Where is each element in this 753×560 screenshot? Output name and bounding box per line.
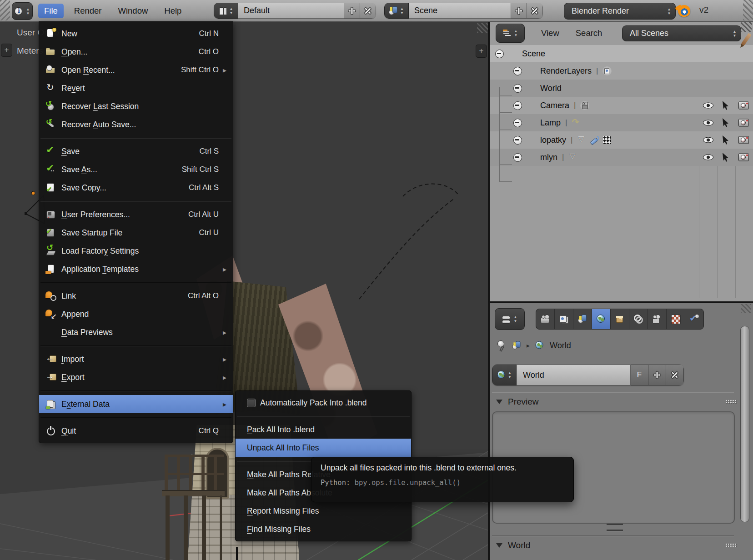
outliner-row[interactable]: RenderLayers: [490, 62, 753, 80]
file-menu-item[interactable]: Recover Last Session: [39, 97, 233, 115]
fake-user-button[interactable]: F: [631, 365, 648, 385]
visibility-eye-icon[interactable]: [703, 103, 713, 109]
outliner-row[interactable]: Camera: [490, 97, 753, 114]
layout-name-field[interactable]: Default: [238, 3, 344, 19]
window-resize-corner[interactable]: [743, 0, 753, 20]
properties-tab[interactable]: [536, 309, 555, 329]
expand-toggle-icon[interactable]: [513, 84, 522, 93]
file-menu-item[interactable]: Save Copy... Ctrl Alt S: [39, 179, 233, 197]
file-menu-item[interactable]: External Data: [39, 395, 233, 413]
file-menu-item[interactable]: Append: [39, 305, 233, 323]
preview-resize-handle[interactable]: [607, 524, 623, 531]
file-menu-item[interactable]: Application Templates: [39, 260, 233, 278]
new-datablock-button[interactable]: [648, 365, 666, 385]
file-menu-item[interactable]: New Ctrl N: [39, 25, 233, 43]
scene-breadcrumb-icon[interactable]: [512, 341, 522, 350]
file-menu-item[interactable]: Open... Ctrl O: [39, 43, 233, 61]
outliner-row[interactable]: lopatky: [490, 131, 753, 149]
external-data-menu-item[interactable]: Pack All Into .blend: [236, 420, 411, 439]
editor-type-selector[interactable]: [495, 308, 525, 330]
outliner-row[interactable]: Lamp: [490, 114, 753, 131]
external-data-menu-item[interactable]: Find Missing Files: [236, 520, 411, 538]
datablock-name-field[interactable]: World: [517, 365, 631, 385]
properties-tab[interactable]: [685, 309, 703, 329]
properties-tab[interactable]: [629, 309, 648, 329]
panel-collapse-icon[interactable]: [496, 543, 502, 548]
header-menu-item[interactable]: Window: [112, 4, 154, 18]
panel-drag-grip[interactable]: [725, 400, 737, 404]
header-menu-item[interactable]: Help: [158, 4, 187, 18]
file-menu-item[interactable]: Load Factory Settings: [39, 242, 233, 260]
delete-scene-button[interactable]: [527, 3, 543, 19]
outliner-row[interactable]: World: [490, 80, 753, 97]
renderability-camera-icon[interactable]: [738, 136, 749, 144]
outliner-search-menu[interactable]: Search: [576, 28, 602, 38]
editor-type-selector[interactable]: [496, 24, 525, 43]
datablock-browse-button[interactable]: [492, 365, 517, 385]
renderability-camera-icon[interactable]: [738, 119, 749, 127]
expand-toggle-icon[interactable]: [513, 67, 522, 75]
visibility-eye-icon[interactable]: [703, 155, 713, 160]
outliner-resize-corner[interactable]: [741, 22, 752, 32]
selectability-cursor-icon[interactable]: [723, 101, 729, 110]
expand-toggle-icon[interactable]: [513, 101, 522, 110]
info-editor-selector[interactable]: [12, 2, 33, 20]
visibility-eye-icon[interactable]: [703, 137, 713, 143]
renderability-camera-icon[interactable]: [738, 102, 749, 110]
file-menu-item[interactable]: Link Ctrl Alt O: [39, 287, 233, 305]
expand-toggle-icon[interactable]: [495, 50, 504, 58]
file-menu-item[interactable]: Save Ctrl S: [39, 142, 233, 160]
file-menu-item[interactable]: Data Previews: [39, 323, 233, 341]
window-resize-corner[interactable]: [0, 0, 10, 20]
scene-browse-button[interactable]: [384, 3, 409, 19]
properties-tab[interactable]: [592, 309, 611, 329]
external-data-menu-item[interactable]: Unpack All Into Files: [236, 439, 411, 457]
outliner-view-menu[interactable]: View: [541, 28, 559, 38]
panel-collapse-icon[interactable]: [496, 400, 502, 404]
outliner-display-filter-dropdown[interactable]: All Scenes: [622, 25, 741, 41]
header-menu-item[interactable]: File: [38, 4, 64, 18]
file-menu-item[interactable]: Import: [39, 350, 233, 368]
selectability-cursor-icon[interactable]: [723, 135, 729, 145]
file-menu-item[interactable]: User Preferences... Ctrl Alt U: [39, 205, 233, 224]
unlink-datablock-button[interactable]: [666, 365, 684, 385]
expand-toggle-icon[interactable]: [513, 153, 522, 162]
panel-drag-grip[interactable]: [725, 543, 737, 547]
editor-border-horizontal[interactable]: [488, 301, 753, 303]
delete-layout-button[interactable]: [360, 3, 376, 19]
file-menu-item[interactable]: Revert: [39, 79, 233, 97]
selectability-cursor-icon[interactable]: [723, 153, 729, 162]
file-menu-item[interactable]: Save As... Shift Ctrl S: [39, 160, 233, 179]
selectability-cursor-icon[interactable]: [723, 118, 729, 127]
toolshelf-expand-button[interactable]: +: [1, 44, 12, 57]
properties-resize-corner[interactable]: [741, 304, 751, 313]
file-menu-item[interactable]: Recover Auto Save...: [39, 115, 233, 134]
file-menu-item[interactable]: Export: [39, 368, 233, 386]
properties-tab[interactable]: [667, 309, 685, 329]
viewport-resize-corner[interactable]: [477, 23, 488, 33]
file-menu-item[interactable]: Save Startup File Ctrl U: [39, 224, 233, 242]
scene-name-field[interactable]: Scene: [409, 3, 511, 19]
sidebar-expand-button[interactable]: +: [476, 45, 487, 58]
external-data-menu-item[interactable]: Automatically Pack Into .blend: [236, 394, 411, 412]
render-engine-dropdown[interactable]: Blender Render: [564, 3, 676, 20]
properties-tab[interactable]: [648, 309, 667, 329]
add-scene-button[interactable]: [511, 3, 527, 19]
checkbox[interactable]: [247, 399, 256, 407]
add-layout-button[interactable]: [344, 3, 360, 19]
renderability-camera-icon[interactable]: [738, 154, 749, 161]
outliner-row[interactable]: mlyn: [490, 149, 753, 166]
outliner-row[interactable]: Scene: [490, 45, 753, 62]
file-menu-item[interactable]: Open Recent... Shift Ctrl O: [39, 61, 233, 79]
properties-tab[interactable]: [555, 309, 573, 329]
properties-tab[interactable]: [573, 309, 592, 329]
layout-browse-button[interactable]: [214, 3, 238, 19]
world-panel-header[interactable]: World: [496, 539, 530, 552]
properties-tab[interactable]: [611, 309, 629, 329]
file-menu-item[interactable]: Quit Ctrl Q: [39, 422, 233, 440]
expand-toggle-icon[interactable]: [513, 136, 522, 145]
visibility-eye-icon[interactable]: [703, 120, 713, 126]
header-menu-item[interactable]: Render: [68, 4, 108, 18]
properties-scrollbar[interactable]: [740, 326, 749, 522]
preview-panel-header[interactable]: Preview: [496, 395, 539, 408]
